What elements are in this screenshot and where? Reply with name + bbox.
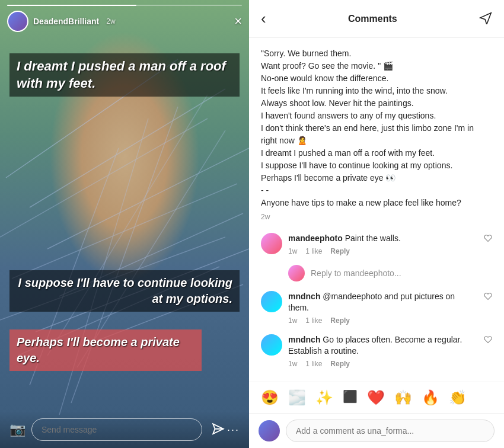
more-options-icon[interactable]: ··· [227, 424, 240, 436]
comment-time: 1w [288, 316, 297, 325]
camera-icon[interactable]: 📷 [9, 422, 25, 437]
comment-time: 1w [288, 247, 297, 255]
avatar [261, 334, 282, 356]
comments-body: "Sorry. We burned them. Want proof? Go s… [249, 38, 504, 382]
svg-marker-17 [480, 12, 491, 24]
comment-time: 1w [288, 360, 297, 368]
story-progress-fill [7, 5, 136, 6]
story-avatar [7, 11, 28, 32]
comment-username: mndnch [288, 335, 320, 344]
comment-meta: 1w 1 like Reply [288, 360, 478, 368]
comment-username: mndnch [288, 292, 320, 301]
send-icon[interactable] [205, 420, 225, 440]
share-icon[interactable] [479, 11, 492, 27]
comment-meta: 1w 1 like Reply [288, 247, 478, 255]
reply-button[interactable]: Reply [330, 247, 350, 255]
comment-text: mndnch @mandeephoto and put pictures on … [288, 291, 478, 314]
story-username: DeadendBrilliant [33, 17, 99, 26]
story-text-bottom: Perhaps I'll become a private eye. [9, 329, 202, 371]
story-header: DeadendBrilliant 2w × [7, 11, 242, 32]
back-icon[interactable]: ‹ [261, 9, 266, 28]
heart-icon[interactable] [484, 234, 492, 244]
story-text-top: I dreamt I pushed a man off a roof with … [9, 53, 240, 97]
comment-likes: 1 like [305, 247, 322, 255]
comment-item: mndnch Go to places often. Become a regu… [261, 334, 492, 368]
avatar [261, 233, 282, 254]
emoji-reaction-bar: 😍 🌫️ ✨ ⬛ ❤️ 🙌 🔥 👏 [249, 382, 504, 414]
comments-panel: ‹ Comments "Sorry. We burned them. Want … [249, 0, 504, 448]
reply-button[interactable]: Reply [330, 360, 350, 368]
reply-button[interactable]: Reply [330, 316, 350, 325]
comment-input-area [249, 414, 504, 448]
story-user-info: DeadendBrilliant [33, 17, 99, 26]
emoji-fog[interactable]: 🌫️ [288, 389, 306, 406]
comments-title: Comments [348, 14, 397, 24]
emoji-heart[interactable]: ❤️ [367, 389, 385, 406]
comment-meta: 1w 1 like Reply [288, 316, 478, 325]
comment-item: mndnch @mandeephoto and put pictures on … [261, 291, 492, 325]
reply-to-row: Reply to mandeephoto... [288, 265, 492, 281]
close-icon[interactable]: × [234, 14, 242, 29]
emoji-black-square[interactable]: ⬛ [343, 389, 358, 406]
send-message-input[interactable] [31, 418, 202, 441]
heart-icon[interactable] [484, 292, 492, 302]
story-progress-bar [7, 5, 242, 6]
commenter-avatar [259, 420, 280, 441]
reply-to-avatar [288, 265, 305, 281]
emoji-clap[interactable]: 👏 [449, 389, 467, 406]
comment-likes: 1 like [305, 316, 322, 325]
comment-item: mandeephoto Paint the walls. 1w 1 like R… [261, 233, 492, 255]
story-text-middle: I suppose I'll have to continue looking … [9, 270, 240, 312]
comment-content: mandeephoto Paint the walls. 1w 1 like R… [288, 233, 478, 255]
story-time: 2w [106, 17, 115, 25]
comment-content: mndnch @mandeephoto and put pictures on … [288, 291, 478, 325]
reply-to-text: Reply to mandeephoto... [311, 268, 401, 278]
emoji-love-eyes[interactable]: 😍 [261, 389, 279, 406]
story-panel: DeadendBrilliant 2w × I dreamt I pushed … [0, 0, 249, 448]
comments-header: ‹ Comments [249, 0, 504, 38]
avatar [261, 291, 282, 312]
comment-username: mandeephoto [288, 233, 343, 243]
comment-text: mndnch Go to places often. Become a regu… [288, 334, 478, 357]
post-caption-time: 2w [261, 213, 492, 221]
comment-body: Paint the walls. [345, 233, 401, 243]
emoji-raised-hands[interactable]: 🙌 [394, 389, 412, 406]
comment-content: mndnch Go to places often. Become a regu… [288, 334, 478, 368]
comment-likes: 1 like [305, 360, 322, 368]
heart-icon[interactable] [484, 335, 492, 345]
emoji-sparkles[interactable]: ✨ [315, 389, 333, 406]
story-footer: 📷 ··· [0, 411, 249, 448]
comment-input[interactable] [286, 420, 495, 442]
comment-text: mandeephoto Paint the walls. [288, 233, 478, 245]
post-caption: "Sorry. We burned them. Want proof? Go s… [261, 47, 492, 209]
emoji-fire[interactable]: 🔥 [422, 389, 439, 406]
